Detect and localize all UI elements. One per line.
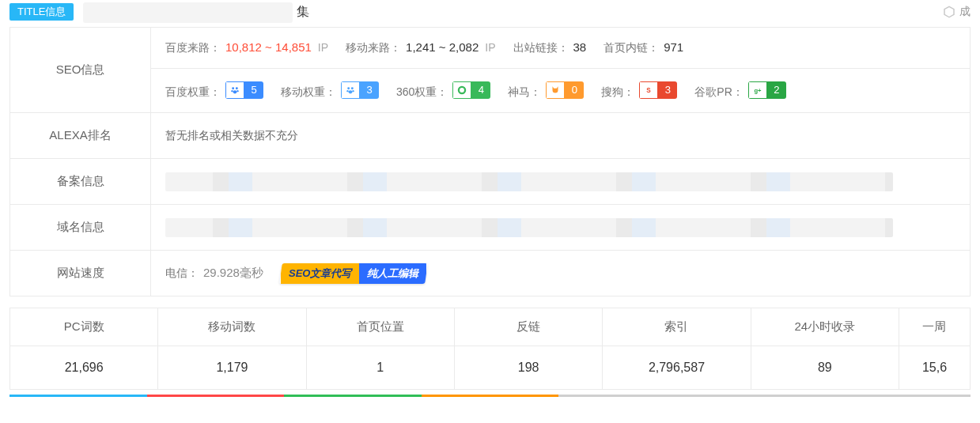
weight-paw[interactable]: 百度权重：5 — [165, 81, 263, 100]
weight-label: 移动权重： — [281, 85, 336, 100]
row-beian: 备案信息 — [10, 158, 970, 204]
stat-head: 反链 — [455, 308, 602, 346]
accent-seg — [284, 395, 422, 397]
rank-number: 2 — [767, 81, 786, 99]
stat-col[interactable]: 一周15,6 — [899, 308, 970, 389]
redacted-beian — [165, 172, 893, 191]
rank-number: 3 — [360, 81, 379, 99]
toolbar-right[interactable]: 成 — [942, 5, 971, 19]
seo-weight-line: 百度权重：5移动权重：3360权重：4神马：0搜狗：S3谷歌PR：g+2 — [151, 68, 970, 112]
title-badge: TITLE信息 — [9, 3, 74, 21]
stat-value: 1 — [307, 346, 454, 389]
speed-ms: 29.928毫秒 — [203, 266, 263, 281]
weight-cat[interactable]: 神马：0 — [508, 81, 584, 100]
accent-seg — [422, 395, 559, 397]
rank-badge: g+2 — [748, 81, 786, 99]
row-label-alexa: ALEXA排名 — [10, 113, 151, 158]
accent-seg — [833, 395, 971, 397]
cube-icon — [942, 5, 956, 19]
weight-label: 谷歌PR： — [694, 85, 743, 100]
row-label-seo: SEO信息 — [10, 28, 151, 112]
svg-point-7 — [346, 90, 348, 92]
svg-point-9 — [349, 90, 353, 93]
stat-head: PC词数 — [10, 308, 157, 346]
s-icon: S — [639, 81, 658, 99]
speed-value: 电信： 29.928毫秒 SEO文章代写 纯人工编辑 — [151, 251, 970, 296]
stat-value: 21,696 — [10, 346, 157, 389]
seo-pill-right: 纯人工编辑 — [359, 263, 426, 284]
stat-col[interactable]: 24小时收录89 — [751, 308, 899, 389]
seo-traffic-line: 百度来路： 10,812 ~ 14,851 IP 移动来路： 1,241 ~ 2… — [151, 28, 970, 68]
stat-value: 15,6 — [899, 346, 970, 389]
row-label-speed: 网站速度 — [10, 251, 151, 296]
toolbar-right-label: 成 — [959, 5, 971, 19]
svg-point-5 — [347, 87, 350, 89]
stat-col[interactable]: PC词数21,696 — [10, 308, 157, 389]
svg-point-2 — [231, 90, 233, 92]
svg-point-0 — [232, 87, 234, 89]
weight-label: 百度权重： — [165, 85, 221, 100]
rank-number: 4 — [471, 81, 490, 99]
redacted-title — [83, 2, 293, 23]
rank-badge: 0 — [546, 81, 584, 99]
alexa-value: 暂无排名或相关数据不充分 — [151, 113, 970, 158]
title-suffix: 集 — [297, 5, 309, 18]
row-domain: 域名信息 — [10, 204, 970, 250]
svg-text:S: S — [647, 87, 652, 94]
weight-label: 神马： — [508, 85, 541, 100]
accent-seg — [696, 395, 834, 397]
svg-point-4 — [233, 90, 237, 93]
stat-head: 索引 — [603, 308, 750, 346]
svg-point-1 — [236, 87, 238, 89]
seo-ad-pill[interactable]: SEO文章代写 纯人工编辑 — [279, 263, 428, 284]
accent-bar — [9, 395, 971, 397]
weight-ring[interactable]: 360权重：4 — [396, 81, 490, 100]
seo-pill-left: SEO文章代写 — [281, 263, 359, 284]
stat-head: 移动词数 — [158, 308, 305, 346]
stat-value: 2,796,587 — [603, 346, 750, 389]
info-table: SEO信息 百度来路： 10,812 ~ 14,851 IP 移动来路： 1,2… — [9, 27, 971, 296]
stat-value: 89 — [751, 346, 899, 389]
rank-badge: 3 — [341, 81, 379, 99]
svg-point-8 — [352, 90, 354, 92]
stat-head: 24小时收录 — [751, 308, 899, 346]
title-row: TITLE信息 集 成 — [0, 0, 980, 27]
rank-badge: 4 — [452, 81, 490, 99]
weight-s[interactable]: 搜狗：S3 — [601, 81, 677, 100]
metric-baidu-traffic: 百度来路： 10,812 ~ 14,851 IP — [165, 40, 328, 55]
redacted-domain — [165, 218, 893, 237]
stat-col[interactable]: 索引2,796,587 — [602, 308, 750, 389]
ring-icon — [452, 81, 471, 99]
accent-seg — [9, 395, 147, 397]
row-label-domain: 域名信息 — [10, 205, 151, 250]
rank-number: 0 — [565, 81, 584, 99]
metric-outlinks: 出站链接： 38 — [513, 40, 587, 55]
svg-point-6 — [351, 87, 354, 89]
weight-paw[interactable]: 移动权重：3 — [281, 81, 379, 100]
accent-seg — [558, 395, 696, 397]
domain-value — [151, 205, 970, 250]
weight-label: 360权重： — [396, 85, 448, 100]
paw-icon — [225, 81, 244, 99]
accent-seg — [147, 395, 285, 397]
paw-icon — [341, 81, 360, 99]
stat-col[interactable]: 反链198 — [454, 308, 602, 389]
page-title: 集 — [83, 4, 309, 21]
row-seo: SEO信息 百度来路： 10,812 ~ 14,851 IP 移动来路： 1,2… — [10, 28, 970, 112]
rank-number: 5 — [244, 81, 263, 99]
rank-badge: 5 — [225, 81, 263, 99]
metric-mobile-traffic: 移动来路： 1,241 ~ 2,082 IP — [346, 40, 495, 55]
stat-col[interactable]: 首页位置1 — [306, 308, 454, 389]
stat-col[interactable]: 移动词数1,179 — [157, 308, 305, 389]
rank-badge: S3 — [639, 81, 677, 99]
stat-head: 一周 — [899, 308, 970, 346]
stat-head: 首页位置 — [307, 308, 454, 346]
row-speed: 网站速度 电信： 29.928毫秒 SEO文章代写 纯人工编辑 — [10, 250, 970, 296]
svg-text:g+: g+ — [754, 87, 762, 94]
weight-g[interactable]: 谷歌PR：g+2 — [694, 81, 785, 100]
weight-label: 搜狗： — [601, 85, 634, 100]
speed-prefix: 电信： — [165, 266, 199, 281]
stat-value: 1,179 — [158, 346, 305, 389]
metric-innerlinks: 首页内链： 971 — [604, 40, 683, 55]
row-alexa: ALEXA排名 暂无排名或相关数据不充分 — [10, 112, 970, 158]
